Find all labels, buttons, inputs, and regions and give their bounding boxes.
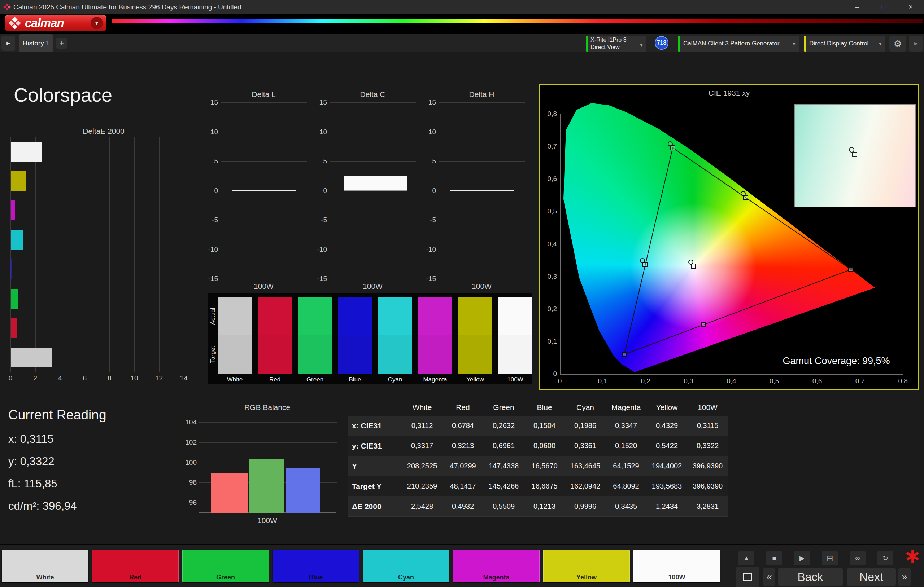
- axis-tick-label: 15: [424, 99, 436, 106]
- gridline: [439, 250, 525, 250]
- pattern-button-label: Green: [182, 574, 269, 581]
- table-cell: 0,1986: [565, 416, 606, 436]
- pattern-generator-dropdown[interactable]: CalMAN Client 3 Pattern Generator ▼: [678, 36, 799, 51]
- data-line: [232, 190, 296, 191]
- axis-tick-label: 0,5: [541, 207, 557, 215]
- window-controls: – □ ×: [844, 0, 924, 14]
- tab-history-1[interactable]: History 1: [19, 34, 53, 52]
- white-point-zoom-inset: [794, 104, 916, 207]
- rainbow-gradient-strip: [112, 20, 922, 23]
- loop-icon: ∞: [855, 554, 860, 562]
- swatch-label: White: [218, 376, 252, 383]
- swatch-actual-color: [378, 297, 412, 335]
- chart-title: Delta H: [439, 90, 525, 99]
- last-step-button[interactable]: »: [898, 568, 911, 585]
- gridline: [109, 137, 110, 372]
- pattern-button-magenta[interactable]: Magenta: [453, 549, 540, 582]
- transport-buttons: ▲■▶▤∞↻: [739, 551, 893, 566]
- unsaved-indicator-icon: ∗: [904, 544, 921, 567]
- minimize-button[interactable]: –: [844, 0, 871, 14]
- swatch-label: Cyan: [378, 376, 412, 383]
- play-button[interactable]: ▶: [794, 551, 810, 566]
- axis-tick-label: 14: [177, 374, 191, 382]
- pattern-button-cyan[interactable]: Cyan: [363, 549, 449, 582]
- table-cell: 0,2632: [483, 416, 524, 436]
- eject-icon: ▲: [743, 554, 750, 562]
- table-header-cell: Blue: [524, 399, 565, 416]
- swatch-items: WhiteRedGreenBlueCyanMagentaYellow100W: [218, 297, 532, 383]
- refresh-button[interactable]: ↻: [878, 551, 893, 566]
- pattern-button-white[interactable]: White: [2, 549, 88, 582]
- meter-mode: Direct View: [591, 44, 647, 51]
- pattern-button-yellow[interactable]: Yellow: [543, 549, 630, 582]
- deltae-bar-magenta: [11, 201, 15, 220]
- rgb-balance-chart: RGB Balance 100W 1041021009896: [182, 403, 337, 522]
- swatch-label: Red: [258, 376, 292, 383]
- table-cell: 47,0299: [442, 456, 483, 476]
- chevron-down-icon: ▼: [878, 41, 883, 46]
- chevron-down-icon: ▼: [639, 41, 644, 49]
- meter-dropdown[interactable]: X-Rite i1Pro 3 Direct View ▼: [586, 36, 647, 51]
- tab-bar: ► History 1 + X-Rite i1Pro 3 Direct View…: [0, 34, 924, 52]
- table-cell: 1,2434: [647, 497, 687, 517]
- delta-h-chart: Delta H 100W 151050-5-10-15: [424, 90, 528, 299]
- pattern-button-blue[interactable]: Blue: [272, 549, 359, 582]
- page-title: Colorspace: [14, 84, 112, 106]
- table-cell: 208,2525: [402, 456, 442, 476]
- gridline: [184, 137, 184, 372]
- maximize-button[interactable]: □: [871, 0, 897, 14]
- swatch-green: Green: [298, 297, 332, 383]
- pattern-button-label: Blue: [272, 574, 359, 581]
- cie-target-marker-magenta: [701, 322, 706, 327]
- window-titlebar: Calman 2025 Calman Ultimate for Business…: [0, 0, 924, 14]
- first-step-button[interactable]: «: [763, 568, 775, 585]
- table-cell: 0,3347: [606, 416, 647, 436]
- add-tab-button[interactable]: +: [56, 38, 67, 49]
- pattern-button-100w[interactable]: 100W: [634, 549, 720, 582]
- save-button[interactable]: ▤: [822, 551, 838, 566]
- gridline: [221, 132, 307, 132]
- back-button[interactable]: Back: [778, 568, 843, 585]
- eject-button[interactable]: ▲: [739, 551, 754, 566]
- pattern-buttons: WhiteRedGreenBlueCyanMagentaYellow100W: [2, 549, 720, 582]
- gamut-coverage-label: Gamut Coverage: 99,5%: [761, 355, 912, 367]
- axis-tick-label: 15: [206, 99, 218, 106]
- gridline: [330, 102, 416, 103]
- axis-label: 100W: [439, 282, 525, 291]
- calman-menu-dropdown[interactable]: ▼: [91, 17, 103, 29]
- table-cell: 0,1504: [524, 416, 565, 436]
- arrow-right-icon: ►: [5, 40, 11, 46]
- reading-cdm2: cd/m²: 396,94: [8, 500, 106, 513]
- chevron-down-icon: ▼: [94, 21, 99, 26]
- axis-tick-label: 0,3: [678, 377, 700, 385]
- calman-menu-button[interactable]: calman ▼: [5, 15, 106, 31]
- axis-tick-label: 6: [78, 374, 92, 382]
- cie-target-marker-red: [848, 267, 853, 272]
- gridline: [330, 161, 416, 161]
- swatch-actual-color: [418, 297, 452, 335]
- pattern-button-green[interactable]: Green: [182, 549, 269, 582]
- table-header-cell: White: [402, 399, 442, 416]
- pattern-button-label: 100W: [634, 574, 720, 581]
- table-cell: 0,0600: [524, 436, 565, 456]
- meter-status-badge[interactable]: 718: [655, 36, 668, 50]
- table-cell: 0,4329: [647, 416, 687, 436]
- table-cell: 0,1213: [524, 497, 565, 517]
- pattern-button-red[interactable]: Red: [92, 549, 179, 582]
- close-button[interactable]: ×: [897, 0, 924, 14]
- settings-button[interactable]: ⚙: [889, 36, 906, 51]
- pattern-window-button[interactable]: [736, 567, 759, 587]
- loop-button[interactable]: ∞: [850, 551, 866, 566]
- next-button[interactable]: Next: [847, 568, 896, 585]
- gridline: [330, 220, 416, 220]
- chart-title: Delta L: [221, 90, 307, 99]
- stop-button[interactable]: ■: [766, 551, 782, 566]
- display-control-dropdown[interactable]: Direct Display Control ▼: [804, 36, 885, 51]
- gridline: [330, 191, 416, 191]
- collapse-panel-button[interactable]: ►: [909, 36, 923, 51]
- swatch-actual-color: [338, 297, 372, 335]
- swatch-yellow: Yellow: [459, 297, 492, 383]
- nav-panel-button[interactable]: ►: [2, 36, 15, 51]
- table-cell: 3,2831: [687, 497, 728, 517]
- swatch-target-color: [459, 335, 492, 374]
